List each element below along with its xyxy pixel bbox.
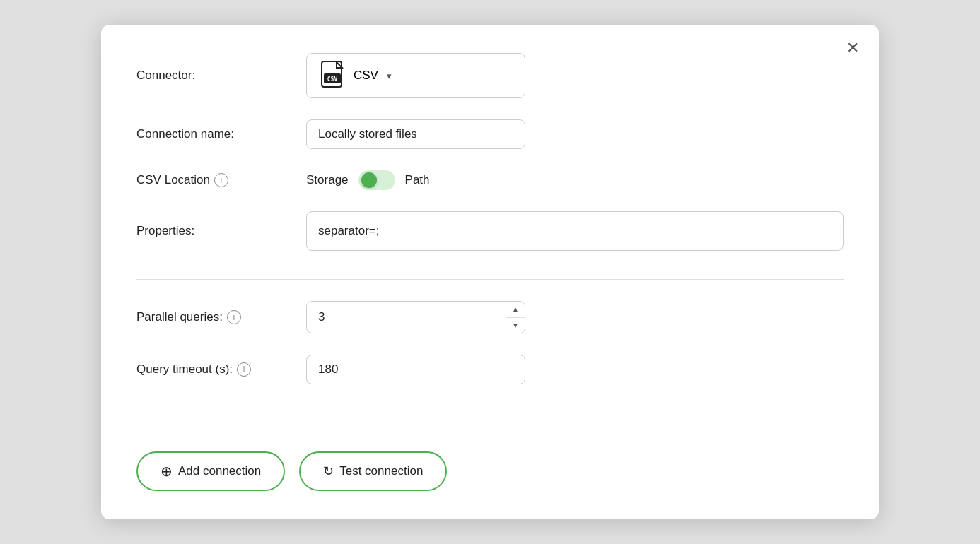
- refresh-icon: ↻: [323, 463, 334, 479]
- csv-location-toggle[interactable]: [358, 170, 395, 190]
- test-connection-button[interactable]: ↻ Test connection: [299, 451, 447, 491]
- parallel-queries-info-icon: i: [227, 310, 241, 324]
- connector-dropdown[interactable]: CSV CSV ▾: [306, 53, 525, 98]
- parallel-queries-input[interactable]: [307, 303, 506, 331]
- connection-name-label: Connection name:: [136, 127, 306, 141]
- close-button[interactable]: ✕: [842, 37, 863, 59]
- storage-label: Storage: [306, 173, 349, 187]
- add-connection-label: Add connection: [178, 464, 261, 478]
- test-connection-label: Test connection: [339, 464, 423, 478]
- add-connection-button[interactable]: ⊕ Add connection: [136, 451, 285, 491]
- parallel-queries-row: Parallel queries: i ▲ ▼: [136, 301, 844, 333]
- path-label: Path: [405, 173, 430, 187]
- query-timeout-input[interactable]: [306, 355, 525, 384]
- parallel-queries-input-wrap: ▲ ▼: [306, 301, 525, 333]
- connection-name-row: Connection name:: [136, 119, 844, 149]
- connector-row: Connector: CSV CSV ▾: [136, 53, 844, 98]
- properties-label: Properties:: [136, 224, 306, 238]
- csv-location-info-icon: i: [214, 173, 228, 187]
- csv-location-row: CSV Location i Storage Path: [136, 170, 844, 190]
- chevron-down-icon: ▾: [387, 71, 392, 81]
- properties-input[interactable]: [306, 211, 844, 251]
- query-timeout-info-icon: i: [237, 362, 251, 377]
- toggle-thumb: [361, 172, 377, 188]
- parallel-queries-spinners: ▲ ▼: [506, 302, 525, 333]
- csv-location-controls: Storage Path: [306, 170, 430, 190]
- properties-row: Properties:: [136, 211, 844, 251]
- csv-icon: CSV: [321, 61, 346, 90]
- parallel-queries-increment[interactable]: ▲: [506, 302, 525, 318]
- connection-dialog: ✕ Connector: CSV CSV ▾ Connection name: …: [101, 25, 879, 519]
- parallel-queries-label: Parallel queries: i: [136, 310, 306, 324]
- csv-location-label: CSV Location i: [136, 173, 306, 187]
- footer-buttons: ⊕ Add connection ↻ Test connection: [136, 437, 844, 491]
- parallel-queries-decrement[interactable]: ▼: [506, 318, 525, 333]
- connection-name-input[interactable]: [306, 119, 525, 149]
- connector-label: Connector:: [136, 69, 306, 83]
- svg-text:CSV: CSV: [327, 76, 338, 83]
- add-icon: ⊕: [161, 463, 173, 480]
- query-timeout-label: Query timeout (s): i: [136, 362, 306, 377]
- section-divider: [136, 279, 844, 280]
- query-timeout-row: Query timeout (s): i: [136, 355, 844, 384]
- connector-value: CSV: [354, 69, 378, 83]
